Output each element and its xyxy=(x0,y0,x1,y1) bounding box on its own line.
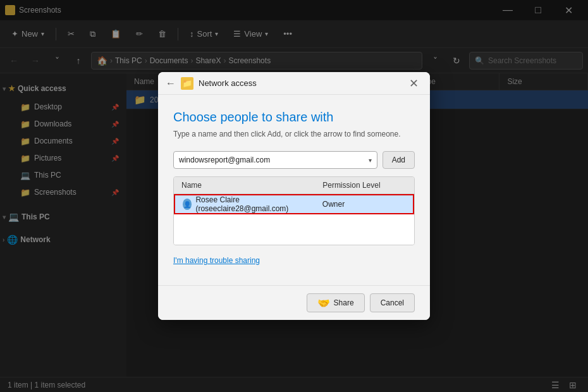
share-table-permission-header: Permission Level xyxy=(315,177,414,193)
cancel-button[interactable]: Cancel xyxy=(370,293,415,312)
dialog-back-button[interactable]: ← xyxy=(166,78,176,89)
share-table-header: Name Permission Level xyxy=(174,177,414,194)
share-dropdown-arrow: ▾ xyxy=(369,157,372,164)
dialog-subtitle: Type a name and then click Add, or click… xyxy=(173,130,415,138)
trouble-sharing-link[interactable]: I'm having trouble sharing xyxy=(173,256,260,265)
share-email-input[interactable]: windowsreport@gmail.com ▾ xyxy=(173,151,377,169)
share-row-name-cell: 👤 Rosee Claire (roseeclaire28@gmail.com) xyxy=(175,195,315,213)
dialog-folder-icon: 📁 xyxy=(181,77,193,90)
share-btn-icon: 🤝 xyxy=(317,297,330,309)
dialog-close-button[interactable]: ✕ xyxy=(405,75,422,92)
dialog-footer: 🤝 Share Cancel xyxy=(158,285,430,320)
table-row[interactable]: 👤 Rosee Claire (roseeclaire28@gmail.com)… xyxy=(174,194,414,214)
share-table-body: 👤 Rosee Claire (roseeclaire28@gmail.com)… xyxy=(174,194,414,245)
share-email-value: windowsreport@gmail.com xyxy=(179,156,369,164)
share-button[interactable]: 🤝 Share xyxy=(307,293,365,312)
share-row-name: Rosee Claire (roseeclaire28@gmail.com) xyxy=(195,195,307,213)
add-button[interactable]: Add xyxy=(383,151,415,169)
share-table: Name Permission Level 👤 Rosee Claire (ro… xyxy=(173,176,415,245)
dialog-overlay: ← 📁 Network access ✕ Choose people to sh… xyxy=(0,0,588,392)
dialog-titlebar: ← 📁 Network access ✕ xyxy=(158,72,430,95)
person-icon: 👤 xyxy=(183,199,192,210)
share-row-permission: Owner xyxy=(322,200,345,209)
share-table-name-header: Name xyxy=(174,177,315,193)
dialog-title: Network access xyxy=(199,78,257,88)
share-dialog: ← 📁 Network access ✕ Choose people to sh… xyxy=(158,72,430,320)
dialog-heading: Choose people to share with xyxy=(173,110,415,125)
share-btn-label: Share xyxy=(334,298,354,307)
share-input-row: windowsreport@gmail.com ▾ Add xyxy=(173,151,415,169)
share-row-permission-cell: Owner xyxy=(315,200,413,209)
dialog-body: Choose people to share with Type a name … xyxy=(158,95,430,285)
